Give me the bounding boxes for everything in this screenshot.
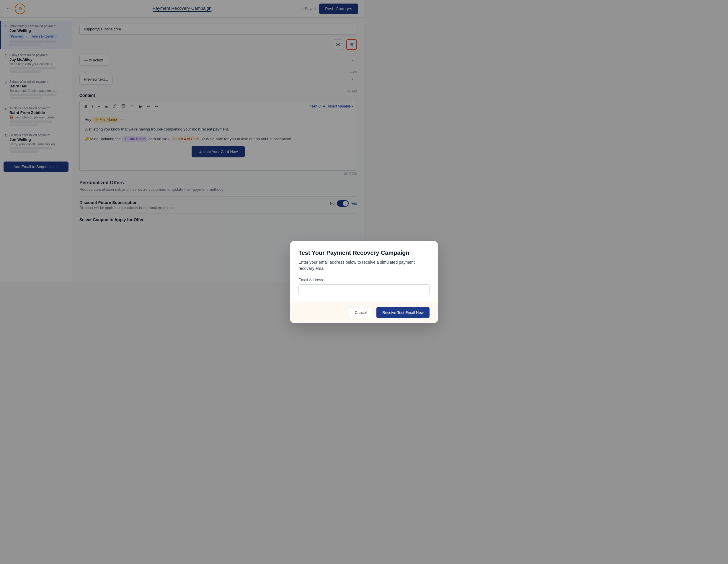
- modal-title: Test Your Payment Recovery Campaign: [298, 250, 364, 256]
- modal-email-label: Email Address: [298, 278, 364, 282]
- modal-body: Test Your Payment Recovery Campaign Ente…: [290, 241, 364, 282]
- modal-desc: Enter your email address below to receiv…: [298, 259, 364, 272]
- modal-overlay[interactable]: Test Your Payment Recovery Campaign Ente…: [0, 0, 364, 282]
- modal: Test Your Payment Recovery Campaign Ente…: [290, 241, 364, 282]
